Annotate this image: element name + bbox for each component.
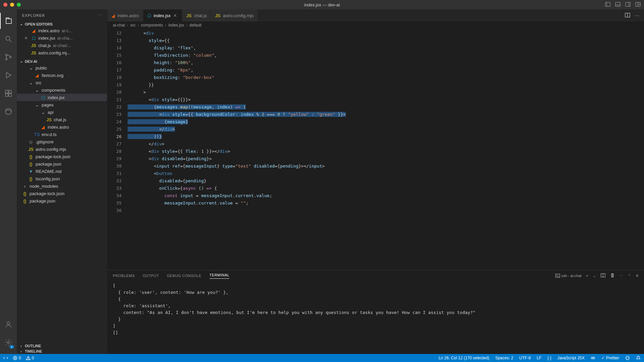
breadcrumb-item[interactable]: components [141, 23, 163, 28]
lang-braces-icon[interactable]: { } [548, 356, 551, 360]
file-item[interactable]: {}tsconfig.json [17, 175, 107, 182]
chevron-icon: ⌄ [40, 110, 46, 115]
prettier-item[interactable]: ✓ Prettier [601, 356, 619, 360]
editor-tab[interactable]: ⬡index.jsx✕ [143, 9, 183, 21]
folder-item[interactable]: ⌄public [17, 64, 107, 72]
accounts-icon[interactable] [0, 316, 17, 332]
file-item[interactable]: JSchat.js [17, 116, 107, 123]
outline-section[interactable]: ›OUTLINE [17, 343, 107, 349]
open-editor-item[interactable]: ◢index.astro ai-c... [17, 27, 107, 34]
minimize-window-button[interactable] [10, 3, 14, 7]
open-editor-item[interactable]: ✕⬡index.jsx ai-cha... [17, 34, 107, 42]
open-editor-item[interactable]: JSastro.config.mj... [17, 49, 107, 56]
svg-rect-2 [615, 2, 620, 6]
copilot-icon[interactable] [591, 356, 595, 360]
eol-item[interactable]: LF [537, 356, 542, 360]
code-editor[interactable]: <div style={{ display: "flex", flexDirec… [128, 29, 644, 270]
file-item[interactable]: ▼README.md [17, 168, 107, 175]
project-section[interactable]: ⌄DEV-AI [17, 58, 107, 64]
extensions-icon[interactable] [0, 85, 17, 101]
file-icon: JS [31, 43, 36, 48]
errors-item[interactable]: 0 [13, 356, 21, 360]
folder-item[interactable]: ›node_modules [17, 182, 107, 190]
svg-point-20 [7, 342, 9, 344]
breadcrumb-item[interactable]: default [189, 23, 201, 28]
file-item[interactable]: {}package-lock.json [17, 153, 107, 160]
panel-tab[interactable]: TERMINAL [210, 273, 230, 279]
file-item[interactable]: {}package.json [17, 160, 107, 168]
activity-bar: 1 [0, 9, 17, 354]
window-title: index.jsx — dev-ai [304, 2, 340, 7]
bell-icon[interactable] [636, 356, 641, 360]
search-icon[interactable] [0, 31, 17, 47]
cursor-position[interactable]: Ln 26, Col 12 (170 selected) [439, 356, 489, 360]
split-editor-icon[interactable] [625, 12, 630, 19]
panel-tab[interactable]: DEBUG CONSOLE [167, 274, 201, 278]
run-debug-icon[interactable] [0, 67, 17, 83]
settings-gear-icon[interactable]: 1 [0, 334, 17, 351]
file-icon: {} [22, 198, 28, 203]
close-panel-icon[interactable]: ✕ [636, 274, 639, 278]
new-terminal-icon[interactable]: + [586, 274, 588, 278]
terminal-shell-label[interactable]: zsh - ai-chat [555, 273, 582, 278]
file-item[interactable]: JSastro.config.mjs [17, 145, 107, 153]
chevron-icon: ⌄ [34, 88, 40, 93]
close-tab-icon[interactable]: ✕ [173, 13, 178, 18]
more-tab-icon[interactable]: ⋯ [635, 13, 639, 18]
file-item[interactable]: TSenv.d.ts [17, 131, 107, 138]
open-editor-item[interactable]: JSchat.js ai-chat/... [17, 42, 107, 49]
spaces-item[interactable]: Spaces: 2 [495, 356, 513, 360]
edge-icon[interactable] [0, 103, 17, 120]
file-item[interactable]: {}package.json [17, 197, 107, 205]
file-item[interactable]: {}package-lock.json [17, 190, 107, 197]
file-item[interactable]: ⬡index.jsx [17, 94, 107, 101]
svg-rect-14 [5, 90, 8, 93]
folder-item[interactable]: ⌄components [17, 86, 107, 94]
file-icon: JS [186, 13, 191, 18]
terminal-output[interactable]: [ { role: 'user', content: 'How are you?… [107, 281, 644, 354]
svg-rect-4 [626, 2, 630, 6]
editor-tab[interactable]: JSastro.config.mjs [211, 9, 258, 21]
kill-terminal-icon[interactable] [610, 273, 615, 278]
file-icon: {} [28, 176, 34, 181]
folder-item[interactable]: ⌄api [17, 108, 107, 116]
warnings-item[interactable]: 0 [26, 356, 34, 360]
breadcrumb[interactable]: ai-chat›src›components›index.jsx›default [107, 21, 644, 29]
language-item[interactable]: JavaScript JSX [557, 356, 585, 360]
file-icon: ◢ [31, 28, 36, 33]
editor-tab[interactable]: ◢index.astro [107, 9, 143, 21]
panel-bottom-icon[interactable] [615, 2, 620, 8]
panel-tab[interactable]: PROBLEMS [113, 274, 135, 278]
explorer-icon[interactable] [0, 13, 17, 29]
svg-point-18 [5, 108, 11, 115]
maximize-window-button[interactable] [17, 3, 21, 7]
more-icon[interactable]: ⋯ [98, 13, 102, 17]
breadcrumb-item[interactable]: src [130, 23, 136, 28]
maximize-panel-icon[interactable]: ⌃ [628, 274, 631, 278]
layout-icon[interactable] [635, 2, 641, 8]
timeline-section[interactable]: ›TIMELINE [17, 349, 107, 354]
file-item[interactable]: ◇.gitignore [17, 138, 107, 145]
open-editors-section[interactable]: ⌄OPEN EDITORS [17, 21, 107, 27]
feedback-icon[interactable] [625, 356, 630, 360]
settings-badge: 1 [9, 345, 14, 349]
panel-tab[interactable]: OUTPUT [143, 274, 159, 278]
file-item[interactable]: ◢index.astro [17, 123, 107, 131]
breadcrumb-item[interactable]: ai-chat [113, 23, 125, 28]
file-item[interactable]: ◢favicon.svg [17, 72, 107, 79]
encoding-item[interactable]: UTF-8 [519, 356, 531, 360]
folder-item[interactable]: ⌄pages [17, 101, 107, 108]
panel-left-icon[interactable] [605, 2, 610, 8]
remote-icon[interactable] [3, 356, 8, 360]
breadcrumb-item[interactable]: index.jsx [168, 23, 184, 28]
close-window-button[interactable] [3, 3, 7, 7]
panel-right-icon[interactable] [625, 2, 631, 8]
terminal-dropdown-icon[interactable]: ⌄ [593, 274, 596, 278]
split-terminal-icon[interactable] [601, 273, 605, 278]
svg-point-31 [591, 357, 593, 359]
file-icon: JS [46, 117, 52, 122]
editor-tab[interactable]: JSchat.js [182, 9, 211, 21]
more-terminal-icon[interactable]: ⋯ [619, 274, 623, 278]
source-control-icon[interactable] [0, 49, 17, 65]
folder-item[interactable]: ⌄src [17, 79, 107, 86]
